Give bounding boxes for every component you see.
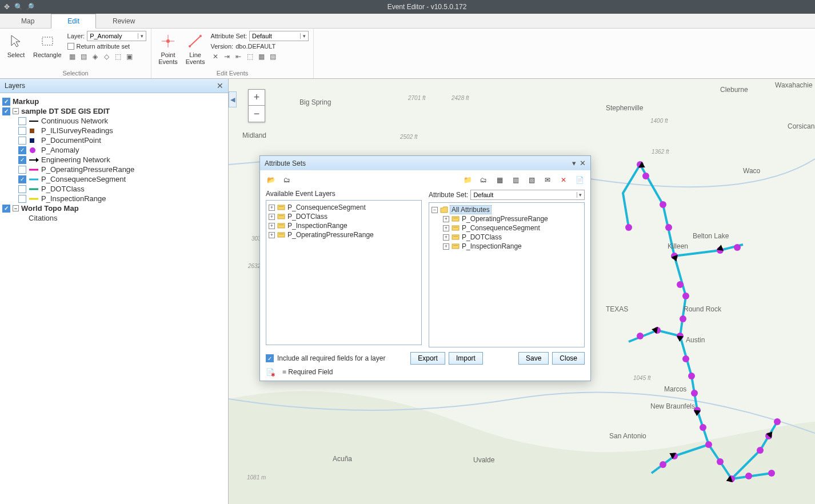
tab-edit[interactable]: Edit: [51, 14, 96, 29]
expand-icon[interactable]: +: [269, 223, 275, 229]
ee-tool-2[interactable]: ⇥: [222, 51, 232, 62]
export-button[interactable]: Export: [410, 352, 445, 365]
import-button[interactable]: Import: [449, 352, 483, 365]
layer-row[interactable]: −sample DT SDE GIS EDIT: [2, 106, 226, 116]
layer-dropdown[interactable]: ▾: [87, 31, 146, 41]
pan-icon[interactable]: ✥: [2, 2, 11, 11]
dialog-header[interactable]: Attribute Sets ▾ ✕: [260, 156, 590, 170]
dialog-close-icon[interactable]: ✕: [580, 159, 586, 167]
folder-new-icon[interactable]: 📁: [462, 175, 473, 185]
expand-icon[interactable]: −: [432, 207, 438, 213]
ee-tool-5[interactable]: ▦: [256, 51, 266, 62]
attr-set-item[interactable]: +P_InspectionRange: [432, 242, 582, 251]
attr-set-root[interactable]: −All Attributes: [432, 205, 582, 214]
ee-tool-1[interactable]: ✕: [210, 51, 221, 62]
layer-row[interactable]: P_OperatingPressureRange: [2, 165, 226, 174]
layer-checkbox[interactable]: [2, 107, 10, 115]
mail-icon[interactable]: ✉: [542, 175, 553, 185]
folder-add-icon[interactable]: 🗂: [282, 175, 292, 185]
attribute-set-dropdown[interactable]: ▾: [249, 31, 309, 41]
panel-collapse-button[interactable]: ◀: [229, 91, 237, 107]
ee-tool-4[interactable]: ⬚: [245, 51, 255, 62]
expand-icon[interactable]: +: [443, 216, 449, 222]
sel-tool-4[interactable]: ◇: [102, 51, 112, 62]
expand-icon[interactable]: +: [269, 205, 275, 211]
point-events-button[interactable]: Point Events: [156, 31, 180, 66]
layer-checkbox[interactable]: [18, 127, 26, 135]
layer-row[interactable]: Continuous Network: [2, 116, 226, 126]
zoom-out-button[interactable]: −: [249, 106, 265, 122]
layer-checkbox[interactable]: [18, 137, 26, 145]
close-button[interactable]: Close: [552, 352, 585, 365]
layer-checkbox[interactable]: [18, 175, 26, 183]
available-layer-item[interactable]: +P_DOTClass: [269, 212, 419, 221]
layers-tree[interactable]: Markup−sample DT SDE GIS EDITContinuous …: [0, 93, 228, 504]
available-layer-item[interactable]: +P_InspectionRange: [269, 221, 419, 230]
table-icon[interactable]: ▦: [494, 175, 505, 185]
attr-set-item[interactable]: +P_OperatingPressureRange: [432, 214, 582, 223]
expand-icon[interactable]: +: [443, 225, 449, 231]
layer-row[interactable]: P_ILISurveyReadings: [2, 126, 226, 135]
dialog-attr-set-dropdown[interactable]: ▾: [470, 190, 585, 200]
layer-row[interactable]: P_DOTClass: [2, 184, 226, 194]
attribute-set-tree[interactable]: −All Attributes+P_OperatingPressureRange…: [429, 202, 585, 347]
sel-tool-6[interactable]: ▣: [125, 51, 135, 62]
ee-tool-6[interactable]: ▤: [267, 51, 278, 62]
zoom-in-button[interactable]: +: [249, 90, 265, 106]
map-view[interactable]: ◀ + − AbileneBig SpringMidlandStephenvil…: [229, 79, 815, 504]
layer-checkbox[interactable]: [18, 156, 26, 164]
layer-row[interactable]: Engineering Network: [2, 155, 226, 165]
layer-row[interactable]: P_Anomaly: [2, 145, 226, 155]
available-layer-item[interactable]: +P_ConsequenceSegment: [269, 203, 419, 212]
layer-checkbox[interactable]: [18, 166, 26, 174]
attr-set-value[interactable]: [250, 33, 300, 39]
chevron-down-icon[interactable]: ▾: [300, 33, 308, 39]
folder-open-icon[interactable]: 📂: [266, 175, 276, 185]
rectangle-button[interactable]: Rectangle: [31, 31, 64, 59]
zoom-out-icon[interactable]: 🔎: [25, 2, 34, 11]
sel-tool-3[interactable]: ◈: [90, 51, 101, 62]
layer-row[interactable]: P_InspectionRange: [2, 194, 226, 203]
zoom-in-icon[interactable]: 🔍: [14, 2, 23, 11]
expand-icon[interactable]: −: [13, 108, 19, 114]
table-remove-icon[interactable]: ▧: [526, 175, 537, 185]
expand-icon[interactable]: +: [269, 214, 275, 220]
include-required-checkbox[interactable]: ✓: [266, 354, 274, 362]
folder-group-icon[interactable]: 🗂: [478, 175, 489, 185]
layer-checkbox[interactable]: [18, 195, 26, 203]
expand-icon[interactable]: −: [13, 205, 19, 211]
sel-tool-1[interactable]: ▦: [67, 51, 78, 62]
save-button[interactable]: Save: [518, 352, 549, 365]
available-layers-list[interactable]: +P_ConsequenceSegment+P_DOTClass+P_Inspe…: [266, 200, 422, 345]
layer-value[interactable]: [87, 33, 138, 39]
select-button[interactable]: Select: [5, 31, 27, 59]
layer-row[interactable]: Markup: [2, 97, 226, 106]
close-icon[interactable]: ✕: [217, 81, 223, 90]
return-attr-checkbox[interactable]: [67, 43, 74, 50]
remove-icon[interactable]: ✕: [558, 175, 569, 185]
tab-map[interactable]: Map: [5, 14, 51, 28]
expand-icon[interactable]: +: [443, 243, 449, 250]
ee-tool-3[interactable]: ⇤: [233, 51, 243, 62]
expand-icon[interactable]: +: [269, 232, 275, 238]
chevron-down-icon[interactable]: ▾: [577, 192, 584, 198]
layer-row[interactable]: Citations: [2, 213, 226, 223]
attr-set-item[interactable]: +P_ConsequenceSegment: [432, 223, 582, 233]
chevron-down-icon[interactable]: ▾: [138, 33, 146, 39]
sel-tool-2[interactable]: ▤: [79, 51, 89, 62]
table-add-icon[interactable]: ▥: [510, 175, 521, 185]
required-icon[interactable]: 📄: [574, 175, 585, 185]
layer-checkbox[interactable]: [2, 98, 10, 106]
layer-checkbox[interactable]: [18, 117, 26, 125]
layer-checkbox[interactable]: [18, 146, 26, 154]
dialog-attr-set-value[interactable]: [471, 191, 577, 198]
layer-row[interactable]: P_DocumentPoint: [2, 135, 226, 145]
layer-checkbox[interactable]: [2, 205, 10, 213]
layer-row[interactable]: −World Topo Map: [2, 203, 226, 213]
attr-set-item[interactable]: +P_DOTClass: [432, 233, 582, 242]
line-events-button[interactable]: Line Events: [183, 31, 207, 66]
available-layer-item[interactable]: +P_OperatingPressureRange: [269, 230, 419, 239]
layer-row[interactable]: P_ConsequenceSegment: [2, 174, 226, 184]
sel-tool-5[interactable]: ⬚: [113, 51, 123, 62]
layer-checkbox[interactable]: [18, 185, 26, 193]
